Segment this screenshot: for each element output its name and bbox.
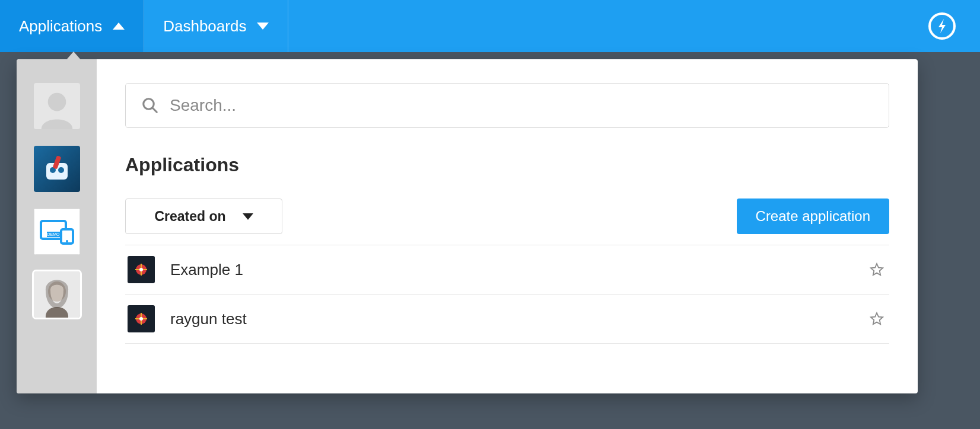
search-input[interactable] <box>170 96 873 115</box>
robot-icon <box>34 146 80 192</box>
application-row[interactable]: Example 1 <box>125 245 889 294</box>
applications-list: Example 1 raygun test <box>125 245 889 344</box>
tab-dashboards-label: Dashboards <box>163 17 246 36</box>
section-title: Applications <box>125 154 889 176</box>
favorite-star-button[interactable] <box>867 260 887 280</box>
tab-applications-label: Applications <box>19 17 102 36</box>
svg-line-14 <box>152 108 157 113</box>
app-name: raygun test <box>170 310 851 328</box>
application-row[interactable]: raygun test <box>125 294 889 344</box>
sidebar-avatar-robot[interactable] <box>34 146 80 192</box>
app-name: Example 1 <box>170 261 851 279</box>
svg-point-1 <box>47 93 66 111</box>
caret-down-icon <box>257 23 269 30</box>
app-icon <box>128 305 155 332</box>
sidebar-avatar-demo[interactable]: DEMO <box>34 209 80 255</box>
list-toolbar: Created on Create application <box>125 199 889 234</box>
svg-point-18 <box>139 317 143 321</box>
sort-selected-label: Created on <box>154 209 225 225</box>
topbar: Applications Dashboards <box>0 0 980 52</box>
chevron-down-icon <box>243 213 253 220</box>
topbar-spacer <box>288 0 928 52</box>
tab-applications[interactable]: Applications <box>0 0 144 52</box>
caret-up-icon <box>113 23 125 30</box>
star-outline-icon <box>870 262 884 277</box>
svg-point-10 <box>66 240 68 242</box>
applications-dropdown-panel: DEMO A <box>17 59 918 393</box>
sidebar-avatar-person[interactable] <box>34 271 80 318</box>
svg-point-16 <box>139 268 143 271</box>
search-icon <box>141 97 159 114</box>
svg-point-4 <box>58 167 64 173</box>
favorite-star-button[interactable] <box>867 309 887 329</box>
sidebar-avatar-placeholder[interactable] <box>34 83 80 129</box>
person-photo-icon <box>34 271 80 318</box>
create-application-button[interactable]: Create application <box>737 199 889 234</box>
person-silhouette-icon <box>34 83 80 129</box>
star-outline-icon <box>870 312 884 326</box>
bolt-button[interactable] <box>928 0 980 52</box>
bolt-icon <box>928 12 956 40</box>
dropdown-pointer <box>65 52 82 61</box>
demo-icon: DEMO <box>34 209 80 255</box>
panel-main: Applications Created on Create applicati… <box>97 59 918 393</box>
svg-text:DEMO: DEMO <box>47 232 60 236</box>
search-field[interactable] <box>125 83 889 128</box>
tab-dashboards[interactable]: Dashboards <box>144 0 288 52</box>
account-sidebar: DEMO <box>17 59 97 393</box>
sort-dropdown[interactable]: Created on <box>125 199 282 234</box>
app-icon <box>128 256 155 283</box>
